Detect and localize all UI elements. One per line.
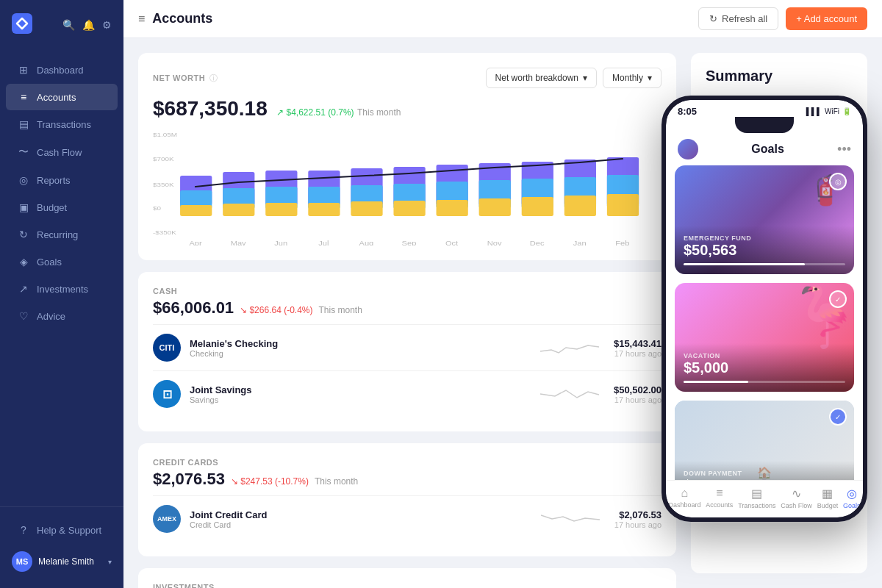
svg-rect-8 — [180, 205, 212, 216]
svg-text:Nov: Nov — [487, 240, 503, 245]
sidebar-item-dashboard[interactable]: ⊞ Dashboard — [6, 57, 118, 83]
phone-nav-cashflow[interactable]: ∿ Cash Flow — [781, 487, 812, 509]
net-worth-chart: $1.05M $700K $350K $0 -$350K — [153, 128, 662, 245]
notification-icon[interactable]: 🔔 — [82, 19, 95, 31]
checking-balance-info: $15,443.41 17 hours ago — [614, 338, 662, 358]
phone-nav-budget[interactable]: ▦ Budget — [817, 487, 839, 509]
sidebar-item-advice[interactable]: ♡ Advice — [6, 303, 118, 329]
info-icon[interactable]: ⓘ — [209, 73, 218, 84]
sidebar-item-reports[interactable]: ◎ Reports — [6, 167, 118, 193]
vacation-check-icon: ✓ — [829, 290, 847, 308]
search-icon[interactable]: 🔍 — [62, 19, 75, 31]
chevron-down-icon: ▾ — [583, 73, 587, 83]
vacation-goal-overlay: VACATION $5,000 — [675, 343, 854, 392]
net-worth-change: ↗ $4,622.51 (0.7%) — [276, 107, 354, 118]
sidebar-item-recurring[interactable]: ↻ Recurring — [6, 221, 118, 248]
savings-balance: $50,502.00 — [614, 384, 662, 395]
checking-type: Checking — [190, 349, 526, 358]
credit-account-info: Joint Credit Card Credit Card — [190, 509, 526, 529]
phone-status-icons: ▌▌▌ WiFi 🔋 — [806, 107, 851, 115]
goal-vacation-card[interactable]: 🦩 VACATION $5,000 ✓ — [675, 283, 854, 392]
header-left: ≡ Accounts — [138, 11, 212, 26]
recurring-icon: ↻ — [18, 229, 29, 240]
svg-rect-29 — [479, 198, 511, 216]
svg-rect-26 — [437, 200, 468, 216]
goal-overlay: EMERGENCY FUND $50,563 — [675, 226, 854, 274]
breakdown-dropdown[interactable]: Net worth breakdown ▾ — [486, 68, 597, 88]
header-actions: ↻ Refresh all + Add account — [698, 7, 867, 30]
checking-name: Melanie's Checking — [190, 338, 526, 349]
sidebar-item-accounts[interactable]: ≡ Accounts — [6, 84, 118, 110]
table-row[interactable]: AMEX Joint Credit Card Credit Card $2,07… — [153, 495, 662, 542]
down-payment-check-icon: ✓ — [829, 408, 847, 426]
svg-text:$0: $0 — [153, 205, 161, 212]
sidebar-item-transactions[interactable]: ▤ Transactions — [6, 111, 118, 137]
phone-goals-icon: ◎ — [847, 487, 857, 501]
svg-text:$700K: $700K — [153, 156, 174, 162]
refresh-label: Refresh all — [722, 13, 767, 24]
checking-sparkline — [540, 337, 599, 359]
credit-time: 17 hours ago — [614, 520, 662, 529]
user-profile-item[interactable]: MS Melanie Smith ▾ — [0, 544, 123, 579]
page-title: Accounts — [152, 11, 212, 26]
investments-card: INVESTMENTS $541,718.23 ↗ $1,917.61 (0.4… — [138, 568, 676, 588]
wifi-icon: WiFi — [825, 107, 839, 115]
svg-text:Jul: Jul — [318, 240, 329, 245]
svg-rect-38 — [607, 194, 639, 216]
phone-inner: 8:05 ▌▌▌ WiFi 🔋 Goals ••• — [666, 100, 863, 517]
phone-nav-goals[interactable]: ◎ Goals — [843, 487, 861, 509]
net-worth-period: This month — [357, 107, 401, 118]
phone-nav-dashboard[interactable]: ⌂ Dashboard — [668, 487, 700, 509]
sidebar-item-help[interactable]: ? Help & Support — [6, 517, 118, 543]
goal-emergency-card[interactable]: 🧯 EMERGENCY FUND $50,563 ◎ — [675, 165, 854, 274]
sidebar-item-investments[interactable]: ↗ Investments — [6, 276, 118, 302]
transactions-icon: ▤ — [18, 118, 29, 130]
menu-icon[interactable]: ≡ — [138, 12, 145, 26]
refresh-button[interactable]: ↻ Refresh all — [698, 7, 778, 30]
cash-total: $66,006.01 — [153, 298, 234, 318]
emergency-fund-amount: $50,563 — [684, 242, 845, 259]
table-row[interactable]: ⊡ Joint Savings Savings $50,502.00 17 ho… — [153, 370, 662, 417]
goal-down-payment-card[interactable]: 🏠 DOWN PAYMENT $20,646 ✓ — [675, 401, 854, 480]
savings-account-info: Joint Savings Savings — [190, 384, 526, 404]
period-dropdown[interactable]: Monthly ▾ — [603, 68, 662, 88]
notch-container — [666, 120, 863, 133]
sidebar-item-label: Investments — [37, 284, 88, 295]
investments-label: INVESTMENTS — [153, 583, 662, 588]
sidebar-header-icons: 🔍 🔔 ⚙ — [62, 19, 112, 31]
savings-balance-info: $50,502.00 17 hours ago — [614, 384, 662, 404]
breakdown-label: Net worth breakdown — [495, 73, 578, 83]
sidebar-item-goals[interactable]: ◈ Goals — [6, 248, 118, 275]
phone-notch — [735, 117, 794, 133]
more-options-icon[interactable]: ••• — [837, 142, 851, 157]
table-row[interactable]: CITI Melanie's Checking Checking $15,443… — [153, 324, 662, 370]
svg-rect-32 — [522, 197, 553, 216]
phone-nav-transactions[interactable]: ▤ Transactions — [738, 487, 775, 509]
app-logo[interactable] — [12, 13, 32, 37]
phone-time: 8:05 — [678, 106, 697, 117]
svg-rect-14 — [265, 203, 297, 216]
svg-text:Dec: Dec — [530, 240, 545, 245]
phone-cashflow-icon: ∿ — [792, 487, 801, 501]
credit-balance-info: $2,076.53 17 hours ago — [614, 509, 662, 529]
period-label: Monthly — [612, 73, 643, 83]
phone-nav-accounts[interactable]: ≡ Accounts — [706, 487, 733, 509]
credit-cards-card: CREDIT CARDS $2,076.53 ↘ $247.53 (-10.7%… — [138, 443, 676, 556]
phone-goals-label: Goals — [843, 502, 861, 509]
net-worth-label: NET WORTH — [153, 74, 205, 82]
cash-change: ↘ $266.64 (-0.4%) — [240, 305, 312, 315]
settings-icon[interactable]: ⚙ — [102, 19, 112, 31]
sidebar-item-label: Reports — [37, 175, 71, 186]
phone-mockup: 8:05 ▌▌▌ WiFi 🔋 Goals ••• — [662, 96, 867, 522]
add-label: + Add account — [796, 13, 857, 24]
savings-time: 17 hours ago — [614, 395, 662, 404]
checking-balance: $15,443.41 — [614, 338, 662, 349]
sidebar-item-cashflow[interactable]: 〜 Cash Flow — [6, 138, 118, 166]
avatar: MS — [12, 551, 32, 572]
sidebar-item-budget[interactable]: ▣ Budget — [6, 194, 118, 220]
cashflow-icon: 〜 — [18, 146, 29, 159]
phone-budget-icon: ▦ — [822, 487, 833, 501]
savings-type: Savings — [190, 395, 526, 404]
svg-rect-23 — [393, 201, 425, 216]
add-account-button[interactable]: + Add account — [786, 7, 867, 30]
